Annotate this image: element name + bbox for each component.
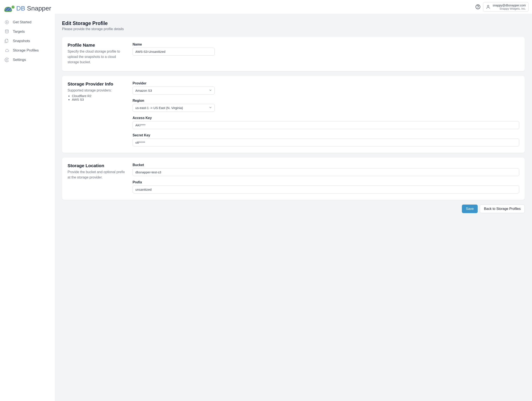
section-title: Storage Provider Info (68, 81, 127, 87)
access-key-label: Access Key (133, 116, 519, 120)
page-title: Edit Storage Profile (62, 20, 525, 26)
sidebar-item-snapshots[interactable]: Snapshots (3, 36, 51, 46)
region-label: Region (133, 99, 519, 103)
database-icon (4, 29, 9, 34)
documents-icon (4, 38, 9, 44)
section-desc: Supported storage providers: (68, 88, 127, 93)
content: Edit Storage Profile Please provide the … (55, 14, 532, 222)
bucket-input[interactable] (133, 168, 519, 176)
save-button[interactable]: Save (462, 205, 478, 213)
sidebar-item-label: Storage Profiles (13, 48, 39, 53)
gear-icon (4, 57, 9, 63)
user-email: snappy@dbsnapper.com (493, 4, 526, 7)
provider-select[interactable]: Amazon S3 (133, 87, 215, 94)
svg-point-4 (478, 8, 478, 8)
section-desc: Provide the bucket and optional prefix a… (68, 169, 127, 180)
page-subtitle: Please provide the storage profile detai… (62, 27, 525, 31)
bucket-label: Bucket (133, 163, 519, 167)
svg-point-2 (6, 59, 7, 61)
section-title: Profile Name (68, 43, 127, 48)
section-desc: Specify the cloud storage profile to upl… (68, 49, 127, 65)
name-input[interactable] (133, 48, 215, 56)
card-provider-info: Storage Provider Info Supported storage … (62, 76, 525, 153)
card-storage-location: Storage Location Provide the bucket and … (62, 157, 525, 200)
main-area: snappy@dbsnapper.com Snappy Widgets, Inc… (55, 0, 532, 401)
sidebar-item-settings[interactable]: Settings (3, 55, 51, 65)
logo[interactable]: DB Snapper (3, 4, 51, 13)
secret-key-input[interactable] (133, 138, 519, 146)
turtle-icon (4, 4, 14, 13)
sidebar-item-targets[interactable]: Targets (3, 27, 51, 36)
svg-point-5 (487, 5, 489, 7)
svg-point-1 (5, 30, 9, 31)
sidebar-item-storage-profiles[interactable]: Storage Profiles (3, 46, 51, 55)
back-button[interactable]: Back to Storage Profiles (480, 205, 525, 213)
name-label: Name (133, 43, 519, 46)
form-actions: Save Back to Storage Profiles (62, 205, 525, 213)
user-menu[interactable]: snappy@dbsnapper.com Snappy Widgets, Inc… (483, 2, 529, 12)
provider-list-item: AWS S3 (72, 98, 127, 101)
sidebar-item-label: Snapshots (13, 39, 30, 43)
topbar: snappy@dbsnapper.com Snappy Widgets, Inc… (55, 0, 532, 14)
sidebar-item-label: Get Started (13, 20, 32, 24)
help-icon[interactable] (475, 4, 481, 9)
card-profile-name: Profile Name Specify the cloud storage p… (62, 37, 525, 71)
sidebar: DB Snapper Get Started Targets Snapshots… (0, 0, 55, 401)
provider-list: Cloudflare R2 AWS S3 (68, 94, 127, 101)
logo-text: DB Snapper (16, 5, 51, 12)
prefix-input[interactable] (133, 186, 519, 194)
user-icon (486, 5, 491, 9)
svg-point-0 (5, 20, 9, 24)
sidebar-item-label: Targets (13, 30, 25, 34)
cloud-icon (4, 48, 9, 53)
play-circle-icon (4, 20, 9, 25)
access-key-input[interactable] (133, 121, 519, 129)
provider-list-item: Cloudflare R2 (72, 94, 127, 98)
prefix-label: Prefix (133, 180, 519, 184)
region-select[interactable]: us-east-1 -> US East (N. Virginia) (133, 104, 215, 112)
provider-label: Provider (133, 81, 519, 85)
section-title: Storage Location (68, 163, 127, 168)
sidebar-item-label: Settings (13, 58, 26, 62)
sidebar-item-get-started[interactable]: Get Started (3, 18, 51, 27)
user-org: Snappy Widgets, Inc. (493, 7, 526, 10)
secret-key-label: Secret Key (133, 133, 519, 137)
